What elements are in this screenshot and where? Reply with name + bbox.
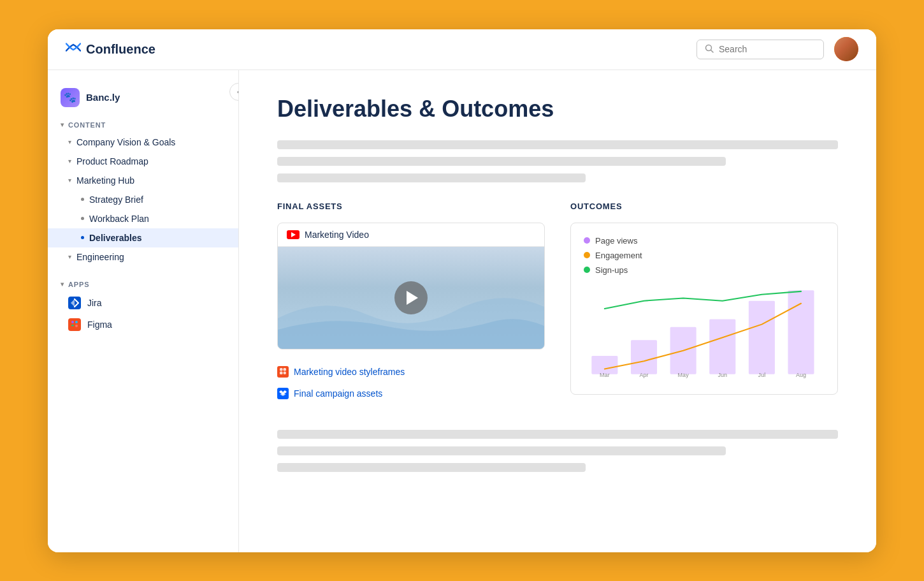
figma-icon — [68, 318, 81, 331]
bottom-skeletons — [277, 430, 838, 472]
sidebar-item-company-vision[interactable]: ▾ Company Vision & Goals — [48, 133, 238, 152]
logo-area: Confluence — [66, 40, 155, 58]
svg-text:Apr: Apr — [639, 371, 648, 378]
apps-section: ▾ APPS Jira — [48, 277, 238, 335]
sidebar-item-workback-plan[interactable]: Workback Plan — [48, 209, 238, 228]
skeleton-line-6 — [277, 463, 586, 472]
sidebar-item-jira[interactable]: Jira — [48, 292, 238, 314]
outcomes-chart: Mar Apr May Jun Jul Aug — [584, 285, 825, 379]
video-title: Marketing Video — [305, 230, 369, 240]
sidebar: ‹ 🐾 Banc.ly ▾ CONTENT ▾ Company Vision &… — [48, 70, 239, 552]
svg-rect-18 — [709, 319, 735, 374]
final-campaign-assets-link[interactable]: Final campaign assets — [277, 383, 545, 404]
skeleton-line-5 — [277, 446, 726, 455]
skeleton-line-1 — [277, 140, 838, 149]
chevron-down-icon: ▾ — [68, 138, 71, 145]
avatar[interactable] — [834, 37, 858, 61]
video-thumbnail[interactable] — [278, 247, 544, 349]
outcomes-section: OUTCOMES Page views Engagement — [570, 202, 838, 404]
svg-text:Aug: Aug — [796, 371, 806, 378]
youtube-icon — [287, 230, 300, 239]
sidebar-item-product-roadmap[interactable]: ▾ Product Roadmap — [48, 152, 238, 171]
apps-chevron-icon: ▾ — [61, 281, 64, 288]
svg-point-5 — [75, 325, 78, 327]
signups-dot — [584, 267, 590, 273]
signups-label: Sign-ups — [595, 265, 628, 275]
logo-text: Confluence — [86, 42, 155, 57]
skeleton-line-3 — [277, 173, 586, 182]
chart-container: Page views Engagement Sign-ups — [570, 223, 838, 395]
jira-icon — [68, 297, 81, 309]
svg-text:Mar: Mar — [600, 371, 610, 378]
main-layout: ‹ 🐾 Banc.ly ▾ CONTENT ▾ Company Vision &… — [48, 70, 876, 552]
workspace-item[interactable]: 🐾 Banc.ly — [48, 83, 238, 112]
pageviews-label: Page views — [595, 236, 637, 246]
legend-signups: Sign-ups — [584, 265, 825, 275]
sidebar-item-figma[interactable]: Figma — [48, 314, 238, 335]
workspace-icon: 🐾 — [61, 88, 80, 107]
sidebar-item-engineering[interactable]: ▾ Engineering — [48, 247, 238, 267]
video-header: Marketing Video — [278, 223, 544, 247]
svg-rect-3 — [75, 321, 78, 323]
sidebar-item-strategy-brief[interactable]: Strategy Brief — [48, 190, 238, 209]
sidebar-item-marketing-hub[interactable]: ▾ Marketing Hub — [48, 171, 238, 190]
content-area: Deliverables & Outcomes FINAL ASSETS Mar… — [239, 70, 876, 552]
engagement-dot — [584, 252, 590, 258]
figma-link-icon — [277, 366, 289, 378]
engagement-label: Engagement — [595, 251, 642, 260]
dropbox-link-icon — [277, 388, 289, 399]
legend-engagement: Engagement — [584, 251, 825, 260]
svg-rect-6 — [71, 326, 74, 328]
svg-rect-19 — [749, 300, 775, 374]
sidebar-item-deliverables[interactable]: Deliverables — [48, 228, 238, 247]
bullet-icon — [81, 217, 84, 220]
svg-rect-16 — [631, 340, 657, 374]
final-assets-section: FINAL ASSETS Marketing Video — [277, 202, 545, 404]
search-icon — [705, 44, 714, 55]
chevron-down-icon: ▾ — [68, 253, 71, 260]
skeleton-line-4 — [277, 430, 838, 439]
page-title: Deliverables & Outcomes — [277, 96, 838, 122]
browser-window: Confluence ‹ — [48, 29, 876, 552]
svg-text:Jul: Jul — [758, 371, 766, 378]
svg-text:Jun: Jun — [718, 371, 727, 378]
confluence-logo-icon — [66, 40, 81, 58]
skeleton-line-2 — [277, 157, 726, 166]
svg-text:May: May — [678, 371, 689, 378]
workspace-name: Banc.ly — [86, 92, 120, 103]
svg-rect-8 — [284, 368, 287, 371]
sections-row: FINAL ASSETS Marketing Video — [277, 202, 838, 404]
bullet-icon — [81, 198, 84, 201]
svg-rect-7 — [280, 368, 283, 371]
topbar: Confluence — [48, 29, 876, 70]
svg-rect-9 — [280, 371, 283, 374]
content-chevron-icon: ▾ — [61, 121, 64, 128]
legend-pageviews: Page views — [584, 236, 825, 246]
svg-point-10 — [284, 371, 287, 374]
topbar-right — [697, 37, 858, 61]
search-input[interactable] — [719, 44, 816, 54]
svg-line-1 — [711, 50, 714, 52]
pageviews-dot — [584, 237, 590, 244]
sidebar-section-content[interactable]: ▾ CONTENT — [48, 117, 238, 133]
marketing-link-text: Marketing video styleframes — [294, 367, 405, 377]
marketing-video-styleframes-link[interactable]: Marketing video styleframes — [277, 361, 545, 383]
bullet-icon — [81, 236, 84, 239]
outcomes-title: OUTCOMES — [570, 202, 838, 211]
campaign-assets-link-text: Final campaign assets — [294, 388, 382, 399]
chevron-down-icon: ▾ — [68, 158, 71, 165]
chart-legend: Page views Engagement Sign-ups — [584, 236, 825, 275]
video-card: Marketing Video — [277, 223, 545, 349]
svg-rect-2 — [71, 321, 74, 323]
search-box[interactable] — [697, 40, 824, 59]
sidebar-section-apps[interactable]: ▾ APPS — [48, 277, 238, 292]
chevron-down-icon: ▾ — [68, 177, 71, 184]
final-assets-title: FINAL ASSETS — [277, 202, 545, 211]
